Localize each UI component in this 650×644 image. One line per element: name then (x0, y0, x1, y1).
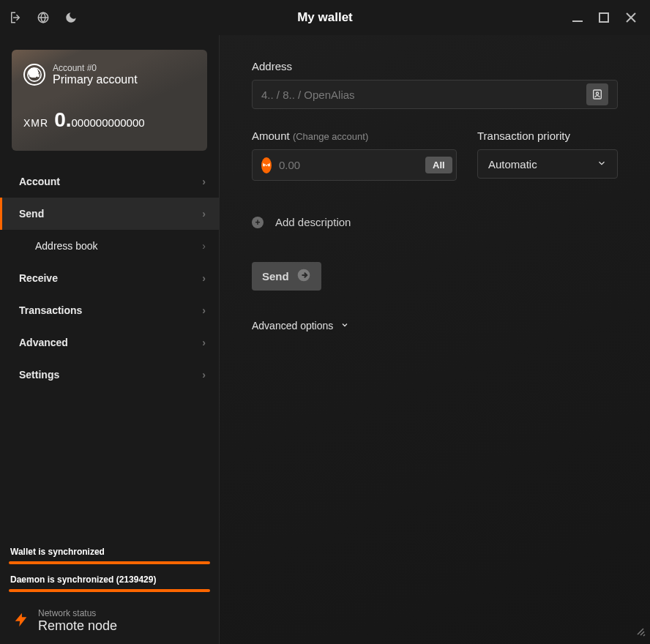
wallet-sync-bar (9, 561, 210, 564)
sidebar-item-account[interactable]: Account › (0, 165, 219, 198)
priority-value: Automatic (488, 158, 537, 171)
chevron-right-icon: › (202, 208, 206, 220)
monero-logo-icon (23, 64, 45, 86)
amount-input-container: All (252, 149, 457, 181)
send-panel: Address Amount (Change account) All (220, 35, 650, 644)
priority-label: Transaction priority (477, 130, 618, 142)
balance-minor: 000000000000 (71, 116, 144, 129)
nav-label: Advanced (19, 337, 68, 348)
svg-rect-1 (572, 20, 583, 22)
sidebar-item-settings[interactable]: Settings › (0, 359, 219, 391)
plus-circle-icon: + (252, 217, 264, 228)
address-book-icon[interactable] (586, 83, 608, 105)
chevron-right-icon: › (202, 304, 206, 316)
account-card[interactable]: Account #0 Primary account XMR 0.0000000… (12, 50, 207, 151)
resize-handle-icon[interactable] (635, 626, 646, 640)
close-icon[interactable] (625, 12, 637, 23)
amount-input[interactable] (279, 159, 418, 171)
wallet-sync-status: Wallet is synchronized (9, 547, 210, 564)
sidebar-item-receive[interactable]: Receive › (0, 262, 219, 294)
daemon-sync-bar (9, 589, 210, 592)
account-name-label: Primary account (53, 73, 138, 86)
nav-label: Receive (19, 272, 58, 284)
wallet-sync-label: Wallet is synchronized (10, 547, 209, 557)
address-label: Address (252, 60, 618, 72)
sidebar: Account #0 Primary account XMR 0.0000000… (0, 35, 220, 644)
chevron-right-icon: › (202, 272, 206, 284)
address-input-container (252, 80, 618, 109)
globe-icon[interactable] (37, 11, 50, 24)
lightning-icon (13, 610, 29, 633)
add-description-label: Add description (275, 216, 351, 228)
svg-rect-2 (599, 13, 608, 22)
sidebar-item-transactions[interactable]: Transactions › (0, 294, 219, 326)
advanced-options-toggle[interactable]: Advanced options (252, 320, 349, 332)
chevron-right-icon: › (202, 369, 206, 381)
title-bar: My wallet (0, 0, 650, 35)
add-description-button[interactable]: + Add description (252, 216, 351, 228)
chevron-right-icon: › (202, 240, 206, 252)
currency-label: XMR (23, 117, 48, 129)
xmr-badge-icon (261, 157, 272, 173)
nav-label: Account (19, 176, 60, 187)
send-button[interactable]: Send (252, 262, 321, 291)
nav-label: Transactions (19, 304, 82, 316)
svg-point-5 (596, 92, 598, 94)
send-button-label: Send (262, 270, 289, 282)
network-status-label: Network status (38, 608, 117, 618)
sidebar-item-address-book[interactable]: Address book › (0, 230, 219, 262)
network-status-value: Remote node (38, 618, 117, 634)
window-title: My wallet (78, 10, 572, 25)
maximize-icon[interactable] (599, 12, 609, 23)
network-status[interactable]: Network status Remote node (9, 602, 210, 635)
balance-major: 0. (54, 108, 71, 131)
balance-display: XMR 0.000000000000 (23, 108, 195, 132)
chevron-down-icon (340, 320, 349, 332)
daemon-sync-status: Daemon is synchronized (2139429) (9, 574, 210, 592)
minimize-icon[interactable] (572, 12, 583, 23)
chevron-down-icon (597, 158, 607, 171)
sidebar-item-advanced[interactable]: Advanced › (0, 326, 219, 359)
change-account-link[interactable]: (Change account) (293, 131, 368, 142)
sidebar-nav: Account › Send › Address book › Receive … (0, 165, 219, 391)
nav-label: Settings (19, 369, 59, 381)
sidebar-item-send[interactable]: Send › (0, 198, 219, 230)
address-input[interactable] (261, 89, 579, 101)
sidebar-status: Wallet is synchronized Daemon is synchro… (0, 538, 219, 644)
all-button[interactable]: All (425, 157, 452, 173)
logout-icon[interactable] (9, 11, 22, 24)
arrow-right-circle-icon (296, 268, 311, 285)
account-index-label: Account #0 (53, 63, 138, 73)
nav-label: Send (19, 208, 44, 220)
nav-label: Address book (35, 240, 98, 252)
moon-icon[interactable] (64, 11, 78, 24)
chevron-right-icon: › (202, 337, 206, 348)
daemon-sync-label: Daemon is synchronized (2139429) (10, 574, 209, 585)
advanced-options-label: Advanced options (252, 320, 333, 332)
amount-label: Amount (Change account) (252, 130, 457, 142)
chevron-right-icon: › (202, 176, 206, 187)
priority-select[interactable]: Automatic (477, 149, 618, 179)
